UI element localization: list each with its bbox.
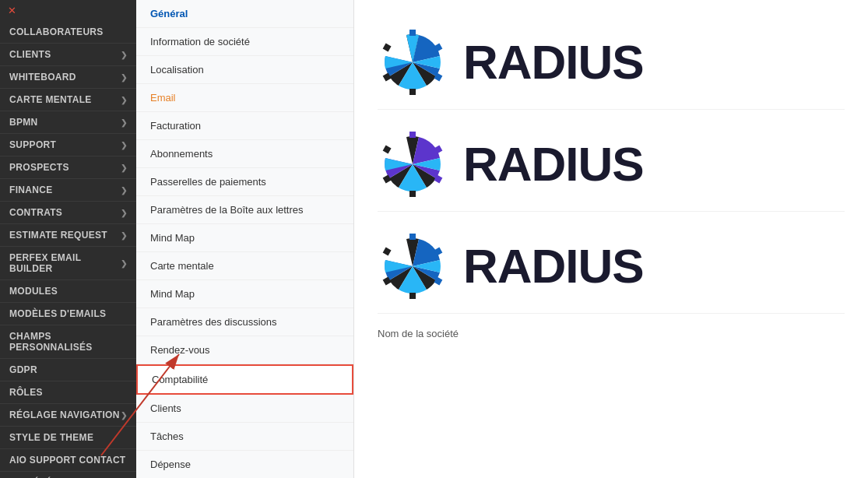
- menu-item-mind-map-1[interactable]: Mind Map: [136, 224, 353, 252]
- menu-item-rendez-vous[interactable]: Rendez-vous: [136, 336, 353, 364]
- logo-icon-3: [378, 231, 448, 301]
- sidebar-item-clients[interactable]: CLIENTS ❯: [0, 44, 136, 66]
- sidebar-item-support[interactable]: SUPPORT ❯: [0, 134, 136, 156]
- chevron-right-icon: ❯: [121, 96, 127, 104]
- sidebar-item-modeles-emails[interactable]: MODÈLES D'EMAILS: [0, 303, 136, 325]
- chevron-right-icon: ❯: [121, 209, 127, 217]
- logo-text-1: RADIUS: [463, 38, 644, 86]
- chevron-right-icon: ❯: [121, 186, 127, 195]
- sidebar-item-finance[interactable]: FINANCE ❯: [0, 179, 136, 202]
- svg-rect-17: [383, 248, 392, 256]
- sidebar-item-carte-mentale[interactable]: CARTE MENTALE ❯: [0, 89, 136, 111]
- svg-rect-5: [383, 44, 392, 52]
- sidebar-item-style-de-theme[interactable]: STYLE DE THEME: [0, 427, 136, 449]
- sidebar-item-label: CHAMPS PERSONNALISÉS: [9, 331, 127, 353]
- company-name-label: Nom de la société: [378, 328, 845, 339]
- sidebar-item-label: MODÈLES D'EMAILS: [9, 308, 106, 319]
- sidebar-item-label: PERFEX EMAIL BUILDER: [9, 252, 121, 274]
- svg-rect-12: [409, 234, 416, 240]
- logo-text-3: RADIUS: [463, 242, 644, 290]
- logo-row-3: RADIUS: [378, 220, 845, 314]
- menu-item-facturation[interactable]: Facturation: [136, 112, 353, 140]
- sidebar-item-label: CONTRATS: [9, 207, 62, 218]
- menu-item-parametres-boite-lettres[interactable]: Paramètres de la Boîte aux lettres: [136, 196, 353, 224]
- sidebar-item-label: GDPR: [9, 364, 37, 375]
- menu-item-parametres-discussions[interactable]: Paramètres des discussions: [136, 308, 353, 336]
- sidebar-item-bpmn[interactable]: BPMN ❯: [0, 111, 136, 134]
- sidebar-item-collaborateurs[interactable]: COLLABORATEURS: [0, 21, 136, 44]
- menu-item-taches[interactable]: Tâches: [136, 423, 353, 451]
- svg-rect-15: [409, 293, 416, 299]
- sidebar-item-label: CLIENTS: [9, 49, 51, 60]
- menu-item-passerelles-paiements[interactable]: Passerelles de paiements: [136, 168, 353, 196]
- sidebar-item-label: STYLE DE THEME: [9, 432, 93, 443]
- sidebar-item-label: MODULES: [9, 286, 58, 297]
- menu-item-abonnements[interactable]: Abonnements: [136, 140, 353, 168]
- sidebar-item-label: SUPPORT: [9, 139, 56, 150]
- menu-item-information-societe[interactable]: Information de société: [136, 28, 353, 56]
- sidebar-item-label: FINANCE: [9, 185, 52, 195]
- sidebar-item-roles[interactable]: RÔLES: [0, 381, 136, 404]
- logo-icon-2: [378, 129, 448, 199]
- sidebar-item-whiteboard[interactable]: WHITEBOARD ❯: [0, 66, 136, 89]
- sidebar-item-perfex-email-builder[interactable]: PERFEX EMAIL BUILDER ❯: [0, 247, 136, 280]
- sidebar-item-societes[interactable]: SOCIÉTÉS: [0, 472, 136, 478]
- sidebar-item-label: WHITEBOARD: [9, 72, 76, 83]
- sidebar-item-label: BPMN: [9, 117, 38, 128]
- svg-rect-6: [409, 132, 416, 138]
- main-content: RADIUS RADIUS: [354, 0, 868, 478]
- sidebar-item-label: COLLABORATEURS: [9, 26, 104, 37]
- sidebar-item-reglage-navigation[interactable]: RÉGLAGE NAVIGATION ❯: [0, 404, 136, 427]
- sidebar: ✕ COLLABORATEURS CLIENTS ❯ WHITEBOARD ❯ …: [0, 0, 136, 478]
- sidebar-item-gdpr[interactable]: GDPR: [0, 359, 136, 381]
- svg-rect-3: [409, 89, 416, 95]
- sidebar-item-label: AIO SUPPORT CONTACT: [9, 455, 125, 466]
- chevron-right-icon: ❯: [121, 118, 127, 127]
- sidebar-item-aio-support-contact[interactable]: AIO SUPPORT CONTACT: [0, 449, 136, 472]
- chevron-right-icon: ❯: [121, 51, 127, 59]
- menu-item-mind-map-2[interactable]: Mind Map: [136, 280, 353, 308]
- sidebar-item-label: CARTE MENTALE: [9, 94, 92, 105]
- close-button[interactable]: ✕: [0, 0, 136, 21]
- sidebar-item-label: ESTIMATE REQUEST: [9, 230, 107, 241]
- menu-item-email[interactable]: Email: [136, 84, 353, 112]
- menu-item-comptabilite[interactable]: Comptabilité: [136, 364, 353, 395]
- sidebar-item-label: RÔLES: [9, 387, 43, 398]
- svg-rect-9: [409, 191, 416, 197]
- sidebar-item-prospects[interactable]: PROSPECTS ❯: [0, 156, 136, 179]
- svg-rect-0: [409, 30, 416, 36]
- menu-item-clients[interactable]: Clients: [136, 395, 353, 423]
- chevron-right-icon: ❯: [121, 73, 127, 82]
- chevron-right-icon: ❯: [121, 259, 127, 268]
- sidebar-item-label: PROSPECTS: [9, 162, 69, 173]
- menu-item-depense[interactable]: Dépense: [136, 451, 353, 478]
- sidebar-item-modules[interactable]: MODULES: [0, 280, 136, 303]
- svg-rect-11: [383, 146, 392, 154]
- menu-item-general[interactable]: Général: [136, 0, 353, 28]
- chevron-right-icon: ❯: [121, 231, 127, 240]
- sidebar-item-contrats[interactable]: CONTRATS ❯: [0, 202, 136, 224]
- settings-menu: Général Information de société Localisat…: [136, 0, 354, 478]
- chevron-right-icon: ❯: [121, 141, 127, 149]
- logo-row-1: RADIUS: [378, 16, 845, 110]
- menu-item-carte-mentale[interactable]: Carte mentale: [136, 252, 353, 280]
- logo-icon-1: [378, 27, 448, 97]
- chevron-right-icon: ❯: [121, 163, 127, 172]
- chevron-right-icon: ❯: [121, 411, 127, 420]
- logo-text-2: RADIUS: [463, 140, 644, 188]
- sidebar-item-champs-personnalises[interactable]: CHAMPS PERSONNALISÉS: [0, 325, 136, 359]
- menu-item-localisation[interactable]: Localisation: [136, 56, 353, 84]
- sidebar-item-estimate-request[interactable]: ESTIMATE REQUEST ❯: [0, 224, 136, 247]
- sidebar-item-label: RÉGLAGE NAVIGATION: [9, 409, 120, 420]
- logo-row-2: RADIUS: [378, 118, 845, 212]
